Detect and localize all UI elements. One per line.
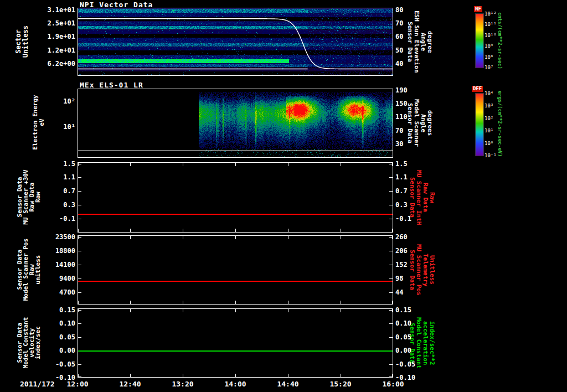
y-tickmark [389,292,393,293]
y-tickmark [78,364,81,365]
x-tickmark [78,301,79,304]
x-tickmark [183,236,183,239]
y-tick-label: 1.1 [63,174,75,180]
y-tick-label: 152 [395,261,408,268]
y-tickmark [78,278,81,279]
y-tick-label: 260 [395,234,408,240]
x-tick-label: 14:40 [277,380,298,388]
y-tickmark [389,219,393,219]
colorbar-tick-label: 10⁴ [484,90,493,97]
x-tickmark [130,163,131,166]
y-tick-label: 10¹ [63,123,75,130]
y-tick-label: 14100 [55,261,75,268]
npi-spectrogram [78,8,393,75]
y-tick-label: 110 [395,114,408,120]
y-tickmark [389,164,393,164]
x-tickmark [183,229,183,232]
x-tickmark [392,309,393,312]
p4-right-axis-label: Sensor Data MU Scanner Pos Telemetry Uni… [409,235,435,305]
y-tickmark [78,265,81,265]
x-tickmark [341,236,341,239]
x-tickmark [130,309,131,312]
nf-colorbar-title: NF [474,6,482,12]
y-tick-label: 3.1e+01 [47,7,75,13]
y-tick-label: 0.05 [395,334,411,341]
y-tickmark [389,177,393,178]
y-tick-label: 0.15 [395,307,411,313]
colorbar-tick-label: 10⁸ [484,54,493,60]
y-tickmark [78,164,81,164]
x-tickmark [288,309,288,312]
x-tickmark [130,374,131,377]
y-tickmark [389,337,393,338]
x-tick-label: 12:40 [119,380,141,388]
y-tick-label: 206 [395,247,408,254]
x-tickmark [78,309,79,312]
x-tickmark [341,229,341,232]
y-tickmark [389,323,393,324]
y-tick-label: 70 [395,127,403,134]
y-tickmark [78,310,81,311]
y-tickmark [78,177,81,178]
y-tickmark [389,191,393,192]
y-tick-label: 10² [63,98,75,105]
npi-right-axis-label: Sensor Data ESH Sun Elevation Angle degr… [406,8,433,76]
colorbar-tick-label: 10⁹ [484,43,493,49]
colorbar-tick-label: 10⁰ [484,140,493,147]
y-tick-label: 0.10 [59,320,75,327]
y-tickmark [389,265,393,265]
y-tickmark [78,376,81,377]
x-tickmark [288,301,288,304]
npi-left-axis-label: Sector Unitless [15,0,29,86]
nf-colorbar-unit-label: cnts/(cm**2-sr-sec) [497,12,503,70]
x-tickmark [78,236,79,239]
x-tickmark [392,301,393,304]
y-tick-label: -0.10 [55,374,75,381]
y-tick-label: 0.3 [395,202,408,208]
x-tickmark [78,229,79,232]
x-tickmark [341,309,341,312]
x-tickmark [341,301,341,304]
x-tickmark [183,374,183,377]
x-tickmark [288,374,288,377]
colorbar-tick-label: 10³ [484,102,493,109]
colorbar-tick-label: 10¹¹ [484,21,497,28]
y-tickmark [389,237,393,238]
y-tick-label: 60 [395,33,403,40]
els-right-axis-label: Sensor Data Model Scanner Angle degrees [406,89,433,158]
def-colorbar-title: DEF [472,86,483,92]
y-tick-label: -0.05 [395,361,415,368]
x-tickmark [288,163,288,166]
y-tick-label: 0.7 [395,188,408,194]
colorbar-tick-label: 10⁷ [484,64,493,71]
nf-colorbar [475,13,484,68]
y-tick-label: 0.3 [63,202,75,208]
x-tickmark [392,236,393,239]
y-tick-label: -0.05 [55,361,75,368]
plot-panel-p3 [78,162,393,233]
y-tickmark [389,251,393,251]
def-colorbar [475,93,484,156]
x-tick-label: 13:20 [172,380,193,388]
y-tick-label: 0.05 [59,334,75,341]
y-tick-label: 1.2e+01 [47,47,75,54]
x-tickmark [130,301,131,304]
els-panel-title: MEx ELS-01 LR [80,81,143,89]
y-tickmark [78,251,81,251]
y-tick-label: 9400 [59,275,75,282]
y-tickmark [78,219,81,219]
x-tickmark [235,163,236,166]
x-tick-label: 15:20 [329,380,351,388]
def-colorbar-unit-label: ergs/(cm**2-sr-sec-eV) [497,91,503,159]
x-tickmark [235,229,236,232]
els-spectrogram [78,89,393,157]
x-tickmark [235,236,236,239]
science-multipanel-plot: NPI Vector Data MEx ELS-01 LR Sector Uni… [0,0,567,392]
y-tick-label: 30 [395,141,403,147]
y-tickmark [78,237,81,238]
x-tickmark [183,163,183,166]
y-tick-label: 0.7 [63,188,75,194]
y-tick-label: 0.00 [395,347,411,354]
y-tick-label: 80 [395,7,403,13]
x-tickmark [130,236,131,239]
